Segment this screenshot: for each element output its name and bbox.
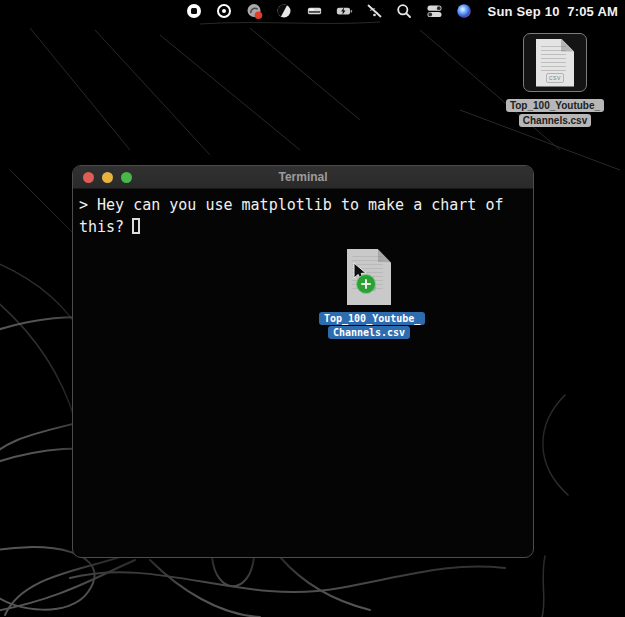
dragged-file-name-line2: Channels.csv (328, 326, 410, 339)
wifi-off-icon[interactable] (366, 3, 383, 20)
page-text-lines (541, 46, 566, 72)
contrast-moon-icon[interactable] (276, 3, 293, 20)
menu-bar: Sun Sep 10 7:05 AM (0, 0, 625, 22)
screen-recording-stop-icon[interactable] (186, 3, 203, 20)
dragged-file-label: Top_100_Youtube_ Channels.csv (319, 311, 419, 339)
terminal-window: Terminal > Hey can you use matplotlib to… (72, 165, 534, 558)
zoom-button[interactable] (121, 172, 132, 183)
prompt-line-2-text: this? (79, 218, 124, 236)
desktop-file-csv[interactable]: csv Top_100_Youtube_ Channels.csv (499, 33, 611, 127)
file-name-line1: Top_100_Youtube_ (506, 99, 604, 112)
csv-extension-tag: csv (546, 73, 564, 83)
desktop-file-label: Top_100_Youtube_ Channels.csv (499, 97, 611, 127)
terminal-content[interactable]: > Hey can you use matplotlib to make a c… (73, 189, 533, 557)
prompt-line-1: > Hey can you use matplotlib to make a c… (79, 194, 527, 216)
terminal-titlebar[interactable]: Terminal (73, 166, 533, 189)
minimize-button[interactable] (102, 172, 113, 183)
ghost-csv-document-icon: csv (347, 249, 391, 305)
file-selection-box: csv (523, 33, 587, 92)
window-title: Terminal (73, 170, 533, 184)
dragged-file-ghost[interactable]: csv Top_100_Youtube_ Channels.csv (319, 249, 419, 339)
menu-bar-clock[interactable]: Sun Sep 10 7:05 AM (488, 4, 618, 19)
prompt-line-2: this? (79, 216, 527, 238)
close-button[interactable] (83, 172, 94, 183)
control-center-icon[interactable] (426, 3, 443, 20)
terminal-cursor (132, 218, 140, 234)
record-target-icon[interactable] (216, 3, 233, 20)
battery-charging-icon[interactable] (336, 3, 353, 20)
spotlight-search-icon[interactable] (396, 3, 413, 20)
dragged-file-name-line1: Top_100_Youtube_ (319, 312, 425, 325)
copy-plus-badge-icon (356, 274, 376, 294)
csv-document-icon: csv (536, 39, 574, 87)
window-controls (73, 172, 132, 183)
gauge-notification-icon[interactable] (246, 3, 263, 20)
file-name-line2: Channels.csv (519, 114, 591, 127)
desktop: Sun Sep 10 7:05 AM csv Top_100_Youtube_ … (0, 0, 625, 617)
laptop-icon[interactable] (306, 3, 323, 20)
siri-icon[interactable] (456, 3, 473, 20)
